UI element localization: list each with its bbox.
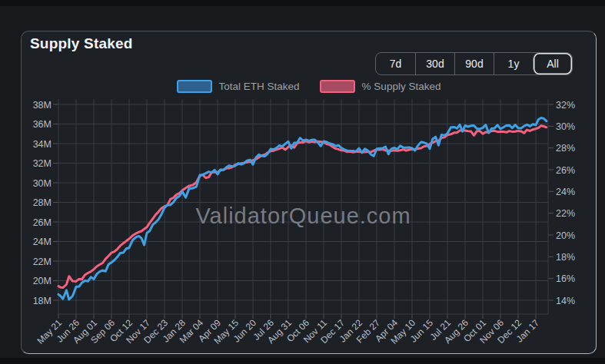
- y-axis-label-right: 24%: [556, 187, 575, 197]
- y-axis-label-right: 32%: [556, 100, 575, 111]
- y-axis-label-left: 18M: [33, 296, 52, 306]
- y-axis-label-left: 38M: [33, 100, 52, 111]
- y-axis-label-right: 20%: [556, 230, 575, 241]
- y-axis-label-right: 16%: [556, 273, 575, 284]
- y-axis-label-left: 30M: [33, 178, 52, 189]
- y-axis-label-left: 28M: [33, 197, 52, 208]
- y-axis-label-left: 24M: [33, 237, 52, 247]
- y-axis-label-right: 22%: [556, 208, 575, 219]
- y-axis-label-right: 18%: [556, 252, 575, 263]
- y-axis-label-left: 34M: [33, 139, 52, 150]
- pct-supply-staked-line: [58, 126, 547, 288]
- y-axis-label-right: 14%: [556, 296, 575, 306]
- supply-staked-card: Supply Staked 7d30d90d1yAll Total ETH St…: [21, 31, 597, 354]
- y-axis-label-left: 20M: [33, 276, 52, 286]
- y-axis-label-left: 36M: [33, 119, 52, 130]
- y-axis-label-left: 26M: [33, 217, 52, 228]
- y-axis-label-left: 32M: [33, 158, 52, 169]
- y-axis-label-left: 22M: [33, 256, 52, 267]
- page-background: Supply Staked 7d30d90d1yAll Total ETH St…: [0, 6, 605, 358]
- y-axis-label-right: 30%: [556, 121, 575, 132]
- supply-staked-chart[interactable]: 38M36M34M32M30M28M26M24M22M20M18M32%30%2…: [22, 31, 596, 352]
- total-eth-staked-line: [58, 118, 547, 300]
- y-axis-label-right: 28%: [556, 143, 575, 154]
- y-axis-label-right: 26%: [556, 165, 575, 176]
